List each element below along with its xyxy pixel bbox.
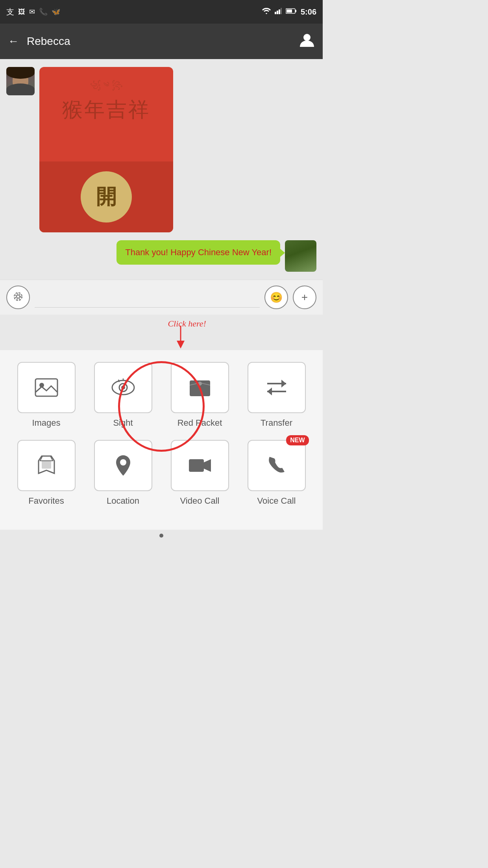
message-input[interactable] [35, 287, 260, 308]
page-dot [159, 534, 163, 538]
red-packet-icon [187, 375, 213, 400]
app-item-transfer[interactable]: Transfer [243, 362, 310, 428]
sight-label: Sight [113, 418, 133, 428]
emoji-icon: 😊 [270, 291, 283, 304]
received-message: ꧁ ༄ ꧂ 猴年吉祥 開 [6, 67, 316, 232]
input-area: 😊 + [0, 280, 323, 315]
app-item-video-call[interactable]: Video Call [166, 440, 233, 506]
images-icon [34, 375, 59, 400]
svg-rect-1 [277, 11, 278, 14]
emoji-button[interactable]: 😊 [264, 286, 288, 309]
voice-button[interactable] [6, 286, 30, 309]
video-call-icon-box [171, 440, 229, 491]
status-time: 5:06 [301, 7, 316, 17]
app-row-1: Images Sight [8, 362, 315, 428]
phone-icon: 📞 [39, 7, 48, 16]
app-item-red-packet[interactable]: Red Packet [166, 362, 233, 428]
app-item-favorites[interactable]: Favorites [13, 440, 80, 506]
status-bar: 支 🖼 ✉ 📞 🦋 5:06 [0, 0, 323, 24]
favorites-icon-box [17, 440, 76, 491]
packet-decoration: ꧁ ༄ ꧂ [90, 79, 123, 92]
app-item-voice-call[interactable]: NEW Voice Call [243, 440, 310, 506]
svg-point-22 [198, 382, 202, 386]
svg-rect-2 [279, 9, 280, 14]
image-icon: 🖼 [18, 8, 25, 16]
red-packet-label: Red Packet [177, 418, 222, 428]
header: ← Rebecca [0, 24, 323, 59]
status-bar-right: 5:06 [262, 7, 316, 17]
app-item-location[interactable]: Location [90, 440, 157, 506]
packet-bottom: 開 [39, 161, 173, 232]
voice-call-icon [264, 453, 289, 478]
sight-icon-box [94, 362, 152, 413]
outlook-icon: ✉ [29, 7, 35, 16]
location-icon-box [94, 440, 152, 491]
signal-icon [275, 8, 282, 16]
sent-message: Thank you! Happy Chinese New Year! [6, 240, 316, 272]
plus-icon: + [301, 291, 308, 304]
transfer-icon-box [248, 362, 306, 413]
voice-call-icon-box: NEW [248, 440, 306, 491]
red-packet-icon-box [171, 362, 229, 413]
voice-call-label: Voice Call [257, 496, 296, 506]
svg-point-24 [120, 459, 126, 466]
status-bar-left: 支 🖼 ✉ 📞 🦋 [6, 7, 60, 17]
svg-rect-5 [295, 10, 296, 12]
app-item-sight[interactable]: Sight [90, 362, 157, 428]
butterfly-icon: 🦋 [52, 7, 60, 16]
chat-title: Rebecca [27, 35, 299, 48]
svg-rect-6 [287, 9, 292, 13]
svg-point-17 [121, 386, 125, 389]
svg-rect-23 [42, 461, 51, 469]
svg-rect-3 [281, 8, 282, 14]
plus-button[interactable]: + [293, 286, 316, 309]
own-avatar [285, 240, 316, 272]
sight-icon [111, 375, 136, 400]
location-label: Location [107, 496, 139, 506]
svg-marker-12 [177, 341, 185, 349]
video-call-icon [187, 453, 213, 478]
alipay-icon: 支 [6, 7, 14, 17]
transfer-icon [264, 375, 289, 400]
svg-rect-25 [189, 459, 204, 472]
sender-avatar [6, 67, 35, 95]
wifi-icon [262, 8, 271, 16]
favorites-icon [34, 453, 59, 478]
annotation-area: Click here! [0, 315, 323, 350]
app-grid: Images Sight [0, 350, 323, 530]
profile-button[interactable] [299, 32, 315, 51]
red-packet-message[interactable]: ꧁ ༄ ꧂ 猴年吉祥 開 [39, 67, 173, 232]
svg-point-7 [303, 34, 311, 41]
svg-rect-13 [35, 379, 57, 396]
page-indicator [0, 530, 323, 545]
packet-coin: 開 [81, 171, 132, 223]
transfer-label: Transfer [261, 418, 292, 428]
new-badge: NEW [286, 435, 309, 445]
back-button[interactable]: ← [8, 35, 19, 48]
sent-bubble: Thank you! Happy Chinese New Year! [116, 240, 280, 265]
annotation-arrow [173, 326, 189, 349]
sent-text: Thank you! Happy Chinese New Year! [125, 247, 272, 257]
packet-chinese-text: 猴年吉祥 [62, 96, 150, 124]
svg-point-9 [17, 295, 20, 298]
favorites-label: Favorites [28, 496, 64, 506]
location-icon [111, 453, 136, 478]
chat-area: ꧁ ༄ ꧂ 猴年吉祥 開 Thank you! Happy Chinese Ne… [0, 59, 323, 280]
app-row-2: Favorites Location Vid [8, 440, 315, 506]
images-label: Images [32, 418, 60, 428]
video-call-label: Video Call [180, 496, 220, 506]
svg-rect-0 [275, 12, 276, 14]
voice-icon [13, 291, 24, 304]
battery-icon [286, 8, 297, 16]
app-item-images[interactable]: Images [13, 362, 80, 428]
images-icon-box [17, 362, 76, 413]
